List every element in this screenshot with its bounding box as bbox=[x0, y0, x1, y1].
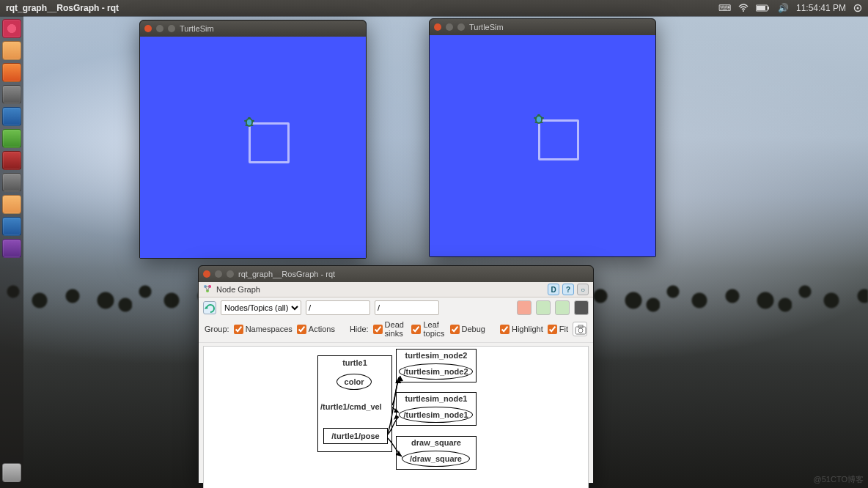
launcher-app-icon[interactable] bbox=[2, 173, 21, 192]
topic-pose: /turtle1/pose bbox=[323, 428, 388, 444]
window-titlebar[interactable]: TurtleSim bbox=[430, 19, 655, 35]
group-label: turtlesim_node2 bbox=[396, 351, 477, 360]
rqt-toolbar: Nodes/Topics (all) bbox=[199, 297, 593, 318]
svg-point-12 bbox=[247, 119, 251, 125]
clock[interactable]: 11:54:41 PM bbox=[796, 3, 846, 13]
trash-icon[interactable] bbox=[2, 463, 21, 482]
screenshot-icon[interactable] bbox=[573, 322, 587, 336]
firefox-icon[interactable] bbox=[2, 63, 21, 82]
window-title: TurtleSim bbox=[469, 23, 504, 32]
undock-icon[interactable]: D bbox=[548, 284, 559, 295]
svg-point-11 bbox=[251, 125, 253, 126]
namespace-filter-input[interactable] bbox=[306, 300, 370, 315]
topic-cmd-vel: /turtle1/cmd_vel bbox=[319, 402, 392, 411]
turtlesim-window-1[interactable]: TurtleSim bbox=[139, 20, 367, 259]
close-icon[interactable] bbox=[203, 270, 210, 278]
top-menubar: rqt_graph__RosGraph - rqt ⌨ 🔊 11:54:41 P… bbox=[0, 0, 868, 16]
turtle-icon bbox=[243, 116, 256, 129]
highlight-checkbox[interactable]: Highlight bbox=[500, 325, 543, 334]
topic-color: color bbox=[336, 374, 372, 390]
battery-icon[interactable] bbox=[756, 4, 770, 12]
launcher-app-icon[interactable] bbox=[2, 151, 21, 170]
refresh-icon[interactable] bbox=[203, 301, 216, 314]
deadsinks-checkbox[interactable]: Dead sinks bbox=[373, 320, 408, 338]
window-title: TurtleSim bbox=[180, 24, 214, 33]
close-panel-icon[interactable]: ○ bbox=[577, 284, 589, 295]
node-drawsquare: /draw_square bbox=[402, 451, 470, 467]
launcher-app-icon[interactable] bbox=[2, 195, 21, 214]
launcher-app-icon[interactable] bbox=[2, 85, 21, 104]
launcher-app-icon[interactable] bbox=[2, 129, 21, 148]
minimize-icon[interactable] bbox=[156, 25, 163, 32]
close-icon[interactable] bbox=[144, 25, 152, 32]
launcher-app-icon[interactable] bbox=[2, 239, 21, 258]
svg-point-16 bbox=[541, 117, 544, 119]
rqt-panel-title: Node Graph bbox=[216, 285, 260, 294]
help-icon[interactable]: ? bbox=[562, 284, 574, 295]
dash-icon[interactable] bbox=[2, 19, 21, 38]
topic-filter-input[interactable] bbox=[375, 300, 439, 315]
system-tray: ⌨ 🔊 11:54:41 PM bbox=[718, 3, 862, 13]
svg-point-15 bbox=[534, 117, 537, 119]
rqt-subheader: Node Graph D ? ○ bbox=[199, 282, 593, 297]
active-window-title: rqt_graph__RosGraph - rqt bbox=[6, 3, 119, 13]
maximize-icon[interactable] bbox=[227, 270, 234, 278]
load-dot-icon[interactable] bbox=[574, 300, 589, 315]
fit-checkbox[interactable]: Fit bbox=[548, 325, 568, 334]
graph-canvas[interactable]: turtle1 color /turtle1/cmd_vel /turtle1/… bbox=[203, 346, 589, 488]
svg-point-0 bbox=[743, 10, 744, 12]
graph-type-select[interactable]: Nodes/Topics (all) bbox=[221, 300, 301, 315]
svg-point-25 bbox=[578, 328, 583, 333]
svg-point-9 bbox=[251, 120, 254, 122]
minimize-icon[interactable] bbox=[446, 23, 453, 31]
graph-icon bbox=[203, 284, 212, 295]
files-icon[interactable] bbox=[2, 41, 21, 60]
hide-label: Hide: bbox=[350, 325, 369, 333]
minimize-icon[interactable] bbox=[215, 270, 222, 278]
volume-icon[interactable]: 🔊 bbox=[778, 3, 789, 13]
launcher-app-icon[interactable] bbox=[2, 217, 21, 236]
namespaces-checkbox[interactable]: Namespaces bbox=[234, 325, 293, 334]
unity-launcher bbox=[0, 16, 23, 488]
actions-checkbox[interactable]: Actions bbox=[297, 325, 335, 334]
turtlesim-canvas bbox=[430, 35, 655, 256]
svg-point-18 bbox=[540, 122, 542, 123]
save-svg-icon[interactable] bbox=[555, 300, 570, 315]
rqt-body: Node Graph D ? ○ Nodes/Topics (all) Grou bbox=[199, 282, 593, 483]
window-titlebar[interactable]: rqt_graph__RosGraph - rqt bbox=[199, 266, 593, 282]
watermark: @51CTO博客 bbox=[814, 474, 864, 485]
rqt-options-bar: Group: Namespaces Actions Hide: Dead sin… bbox=[199, 318, 593, 343]
window-titlebar[interactable]: TurtleSim bbox=[140, 21, 366, 37]
group-label: turtlesim_node1 bbox=[396, 394, 477, 403]
wifi-icon[interactable] bbox=[738, 4, 749, 12]
turtlesim-window-2[interactable]: TurtleSim bbox=[429, 18, 656, 257]
save-dot-icon[interactable] bbox=[517, 300, 532, 315]
svg-point-17 bbox=[534, 122, 537, 123]
save-image-icon[interactable] bbox=[536, 300, 551, 315]
maximize-icon[interactable] bbox=[168, 25, 175, 32]
node-tsnode1: /turtlesim_node1 bbox=[399, 407, 473, 423]
turtlesim-canvas bbox=[140, 37, 366, 258]
group-label: draw_square bbox=[396, 438, 477, 447]
rqt-graph-window[interactable]: rqt_graph__RosGraph - rqt Node Graph D ?… bbox=[198, 265, 594, 484]
keyboard-indicator-icon[interactable]: ⌨ bbox=[718, 3, 731, 13]
group-label: turtle1 bbox=[317, 358, 392, 367]
group-label: Group: bbox=[205, 325, 229, 333]
svg-rect-2 bbox=[768, 7, 769, 10]
close-icon[interactable] bbox=[434, 23, 441, 31]
node-tsnode2: /turtlesim_node2 bbox=[399, 363, 473, 380]
svg-point-10 bbox=[245, 125, 247, 126]
window-title: rqt_graph__RosGraph - rqt bbox=[238, 270, 335, 278]
leaftopics-checkbox[interactable]: Leaf topics bbox=[411, 320, 445, 338]
svg-point-19 bbox=[537, 117, 541, 122]
svg-point-8 bbox=[244, 120, 247, 122]
svg-point-5 bbox=[857, 7, 859, 10]
turtle-icon bbox=[532, 113, 545, 126]
launcher-app-icon[interactable] bbox=[2, 107, 21, 126]
maximize-icon[interactable] bbox=[457, 23, 465, 31]
debug-checkbox[interactable]: Debug bbox=[450, 325, 485, 334]
gear-icon[interactable] bbox=[853, 4, 862, 12]
svg-rect-3 bbox=[757, 6, 765, 10]
